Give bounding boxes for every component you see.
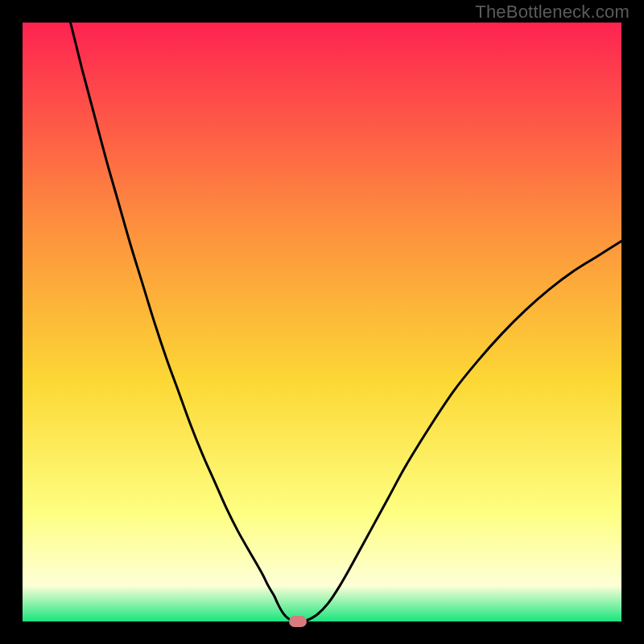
bottleneck-chart bbox=[23, 23, 621, 621]
optimal-point-marker bbox=[289, 616, 307, 627]
gradient-background bbox=[23, 23, 621, 621]
chart-frame: TheBottleneck.com bbox=[0, 0, 644, 644]
plot-area bbox=[23, 23, 621, 621]
watermark-text: TheBottleneck.com bbox=[475, 2, 630, 23]
